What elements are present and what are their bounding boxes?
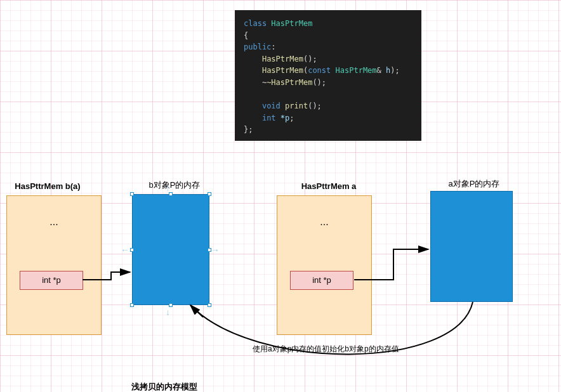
left-mem-box[interactable]: [132, 194, 209, 305]
diagram-caption: 浅拷贝的内存模型: [131, 381, 197, 392]
resize-arrow-down-icon: ↓: [166, 307, 170, 317]
code-int: int: [262, 114, 276, 122]
code-print: print: [285, 101, 308, 110]
right-mem-box: [430, 191, 513, 302]
code-ctor-copy: HasPtrMem: [262, 66, 303, 75]
code-public: public: [244, 42, 271, 51]
code-dtor: ~HasPtrMem: [267, 78, 312, 87]
code-block: class HasPtrMem { public: HasPtrMem(); H…: [235, 10, 421, 141]
resize-arrow-right-icon: →: [211, 245, 220, 255]
left-ptr-box: int *p: [20, 271, 83, 290]
right-mem-title: a对象P的内存: [433, 178, 515, 190]
left-obj-title: HasPttrMem b(a): [6, 181, 89, 191]
right-obj-title: HasPttrMem a: [284, 181, 373, 191]
left-obj-ellipsis: ...: [7, 216, 101, 228]
code-paramtype: HasPtrMem: [336, 66, 377, 75]
right-ptr-box: int *p: [290, 271, 353, 290]
code-ptrdecl: *p: [280, 114, 289, 122]
code-classname: HasPtrMem: [271, 19, 312, 28]
code-rbrace: };: [244, 125, 253, 134]
code-void: void: [262, 101, 280, 110]
code-const: const: [308, 66, 331, 75]
left-obj-box: ... int *p: [6, 195, 102, 335]
arrow-fork: [190, 305, 203, 317]
code-ctor-default: HasPtrMem: [262, 55, 303, 63]
resize-arrow-left-icon: ←: [121, 245, 129, 255]
resize-arrow-up-icon: ↑: [166, 183, 170, 193]
right-obj-ellipsis: ...: [277, 216, 371, 228]
code-keyword-class: class: [244, 19, 267, 28]
code-lbrace: {: [244, 31, 248, 40]
left-mem-title: b对象P的内存: [133, 180, 216, 191]
right-obj-box: ... int *p: [277, 195, 372, 335]
copy-note: 使用a对象p内存的值初始化b对象p的内存值: [253, 344, 399, 355]
